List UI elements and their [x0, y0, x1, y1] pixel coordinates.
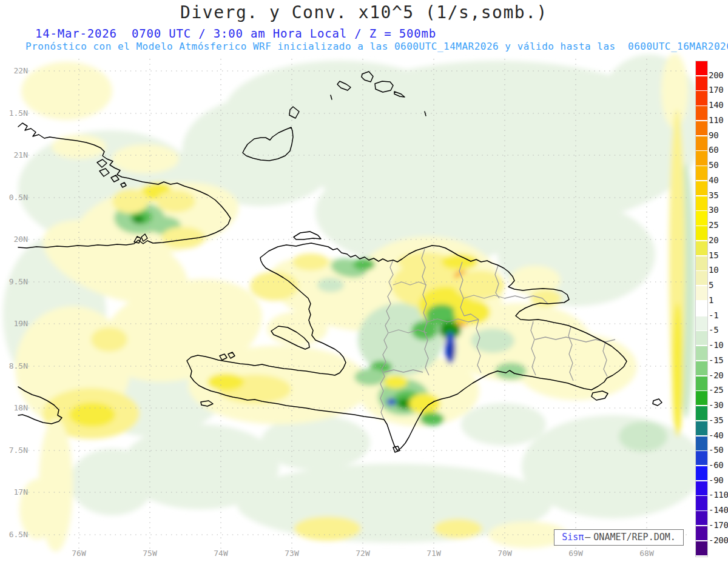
- colorbar-tick-label: -50: [709, 445, 723, 455]
- colorbar-segment: [696, 196, 707, 210]
- colorbar-segment: [696, 301, 707, 315]
- lon-label: 76W: [64, 549, 94, 558]
- colorbar-segment: [696, 391, 707, 405]
- colorbar-segment: [696, 121, 707, 135]
- colorbar-segment: [696, 451, 707, 465]
- colorbar-tick-label: -110: [709, 490, 728, 500]
- colorbar-segment: [696, 271, 707, 285]
- colorbar-segment: [696, 496, 707, 510]
- colorbar: [695, 61, 708, 557]
- colorbar-tick-label: 10: [709, 265, 718, 275]
- colorbar-tick-label: -15: [709, 355, 723, 365]
- colorbar-tick-label: -40: [709, 430, 723, 440]
- colorbar-tick-label: 30: [709, 205, 718, 215]
- longitude-axis: 76W75W74W73W72W71W70W69W68W: [0, 0, 728, 562]
- colorbar-segment: [696, 541, 707, 555]
- colorbar-labels: 2001701401109060504035302520151051-1-5-1…: [709, 0, 728, 562]
- colorbar-segment: [696, 361, 707, 375]
- colorbar-segment: [696, 76, 707, 90]
- colorbar-segment: [696, 316, 707, 330]
- wrf-divergence-map-page: Diverg. y Conv. x10^5 (1/s,somb.) 14-Mar…: [0, 0, 728, 562]
- lon-label: 68W: [632, 549, 662, 558]
- colorbar-segment: [696, 481, 707, 495]
- colorbar-tick-label: 60: [709, 145, 718, 155]
- colorbar-segment: [696, 61, 707, 75]
- colorbar-segment: [696, 106, 707, 120]
- lon-label: 69W: [561, 549, 591, 558]
- colorbar-segment: [696, 211, 707, 225]
- colorbar-segment: [696, 526, 707, 540]
- lon-label: 73W: [277, 549, 307, 558]
- colorbar-segment: [696, 91, 707, 105]
- colorbar-segment: [696, 511, 707, 525]
- lon-label: 74W: [206, 549, 236, 558]
- colorbar-segment: [696, 466, 707, 480]
- colorbar-segment: [696, 376, 707, 390]
- colorbar-tick-label: -90: [709, 475, 723, 485]
- colorbar-tick-label: 35: [709, 190, 718, 200]
- colorbar-tick-label: -20: [709, 370, 723, 380]
- colorbar-segment: [696, 181, 707, 195]
- colorbar-segment: [696, 346, 707, 360]
- colorbar-segment: [696, 331, 707, 345]
- colorbar-segment: [696, 136, 707, 150]
- colorbar-tick-label: -140: [709, 505, 728, 515]
- lon-label: 75W: [135, 549, 165, 558]
- colorbar-tick-label: 110: [709, 115, 723, 125]
- colorbar-tick-label: 50: [709, 160, 718, 170]
- colorbar-segment: [696, 406, 707, 420]
- colorbar-tick-label: -170: [709, 520, 728, 530]
- colorbar-tick-label: 5: [709, 280, 713, 290]
- colorbar-tick-label: -60: [709, 460, 723, 470]
- colorbar-tick-label: 1: [709, 295, 713, 305]
- lon-label: 72W: [348, 549, 378, 558]
- colorbar-segment: [696, 437, 707, 450]
- colorbar-tick-label: 20: [709, 235, 718, 245]
- colorbar-tick-label: 170: [709, 85, 723, 95]
- colorbar-segment: [696, 256, 707, 270]
- colorbar-tick-label: -25: [709, 385, 723, 395]
- colorbar-tick-label: -30: [709, 400, 723, 410]
- colorbar-tick-label: -35: [709, 415, 723, 425]
- colorbar-segment: [696, 226, 707, 240]
- colorbar-segment: [696, 421, 707, 435]
- credit-separator: —: [585, 532, 590, 543]
- colorbar-tick-label: 200: [709, 70, 723, 80]
- colorbar-tick-label: -200: [709, 535, 728, 545]
- colorbar-tick-label: -5: [709, 325, 718, 335]
- colorbar-segment: [696, 286, 707, 300]
- lon-label: 71W: [419, 549, 449, 558]
- credit-box: Sisπ—ONAMET/REP.DOM.: [554, 529, 684, 546]
- credit-org-name: ONAMET/REP.DOM.: [593, 532, 675, 543]
- colorbar-tick-label: 90: [709, 130, 718, 140]
- colorbar-segment: [696, 241, 707, 255]
- credit-app-name: Sisπ: [562, 532, 584, 543]
- colorbar-tick-label: -10: [709, 340, 723, 350]
- colorbar-tick-label: 25: [709, 220, 718, 230]
- colorbar-segment: [696, 151, 707, 165]
- colorbar-tick-label: -1: [709, 310, 718, 320]
- colorbar-tick-label: 15: [709, 250, 718, 260]
- colorbar-tick-label: 40: [709, 175, 718, 185]
- lon-label: 70W: [490, 549, 520, 558]
- colorbar-tick-label: 140: [709, 100, 723, 110]
- colorbar-segment: [696, 166, 707, 180]
